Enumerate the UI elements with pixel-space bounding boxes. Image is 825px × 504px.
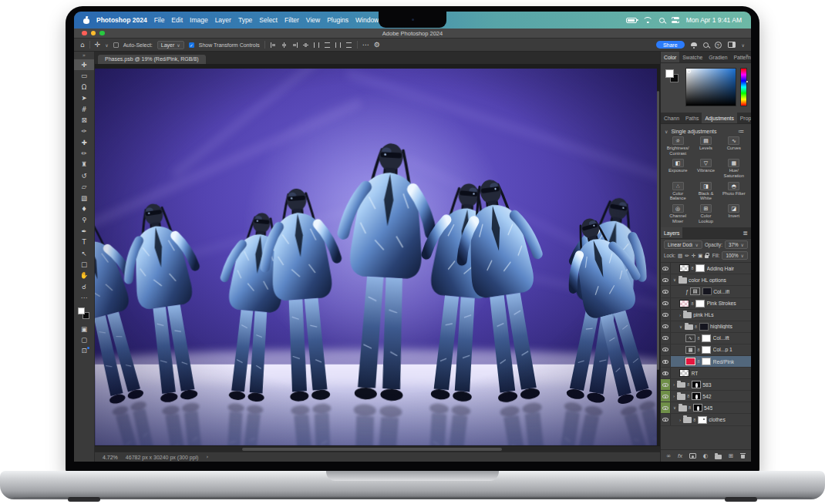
canvas-horizontal-scrollbar[interactable] (95, 445, 660, 452)
hue-slider[interactable] (740, 68, 747, 106)
workspace-settings-gear-icon[interactable]: ⚙ (374, 42, 380, 49)
opacity-field[interactable]: 37% ∨ (725, 240, 748, 249)
align-right-icon[interactable] (291, 42, 298, 49)
layer-name[interactable]: color HL options (689, 277, 726, 283)
auto-select-target-dropdown[interactable]: Layer ∨ (157, 41, 184, 49)
notifications-bell-icon[interactable] (691, 42, 697, 49)
layer-thumbnail[interactable] (677, 394, 685, 400)
layer-row[interactable]: ∨ color HL options (661, 274, 751, 286)
adjustment-black-white[interactable]: ◨ Black & White (692, 182, 719, 201)
layer-name[interactable]: pink HLs (693, 312, 713, 318)
lasso-tool[interactable]: Ω (74, 82, 94, 92)
group-caret-icon[interactable]: ∨ (673, 405, 676, 410)
new-layer-icon[interactable]: ⊞ (729, 453, 733, 459)
brush-tool[interactable]: ✏ (74, 148, 94, 159)
close-window-button[interactable] (82, 31, 87, 36)
battery-icon[interactable] (626, 18, 637, 23)
layer-visibility-toggle[interactable] (661, 310, 671, 321)
panel-tab[interactable]: Swatche (679, 52, 705, 62)
menubar-item[interactable]: Window (355, 16, 379, 24)
delete-layer-icon[interactable] (740, 453, 746, 459)
wifi-icon[interactable] (644, 17, 652, 23)
group-caret-icon[interactable]: › (679, 313, 681, 318)
layer-visibility-toggle[interactable] (661, 356, 671, 367)
layer-thumbnail[interactable] (683, 417, 692, 423)
layer-row[interactable]: ∨ 8 545 (661, 402, 751, 414)
layer-row[interactable]: ▦ 8 Col...p 1 (661, 344, 751, 356)
layer-visibility-toggle[interactable] (661, 274, 671, 285)
group-caret-icon[interactable]: › (673, 394, 675, 398)
panel-tab[interactable]: Chann (661, 113, 682, 123)
layer-row[interactable]: › pink HLs (661, 310, 751, 321)
pen-tool[interactable]: ✒ (74, 226, 94, 237)
list-view-icon[interactable]: ≔ (738, 128, 747, 135)
menubar-item[interactable]: Plugins (327, 16, 349, 24)
layer-row[interactable]: RT (661, 368, 751, 379)
layer-visibility-toggle[interactable] (661, 333, 671, 344)
more-options-icon[interactable]: ⋯ (362, 42, 369, 49)
lock-position-icon[interactable]: ✛ (692, 254, 695, 259)
zoom-window-button[interactable] (99, 31, 105, 36)
layer-visibility-toggle[interactable] (661, 321, 671, 332)
layer-visibility-toggle[interactable] (661, 368, 671, 378)
adjustment-vibrance[interactable]: ▽ Vibrance (692, 159, 719, 178)
lock-image-pixels-icon[interactable]: ✏ (685, 254, 689, 259)
edit-toolbar[interactable]: ⋯ (74, 292, 94, 303)
lock-transparent-pixels-icon[interactable]: ▨ (678, 254, 682, 259)
help-icon[interactable]: ? (715, 42, 722, 49)
rectangle-tool[interactable]: □ (74, 259, 94, 270)
layer-mask-thumbnail[interactable] (698, 416, 707, 424)
distribute-horizontal-icon[interactable] (313, 42, 320, 49)
layer-thumbnail[interactable] (679, 277, 687, 284)
collapse-caret-icon[interactable]: ∨ (665, 129, 668, 134)
path-selection-tool[interactable]: ↖ (74, 248, 94, 259)
foreground-color-swatch[interactable] (78, 307, 85, 314)
layer-mask-thumbnail[interactable] (695, 300, 705, 307)
layer-visibility-toggle[interactable] (661, 414, 671, 425)
gradient-tool[interactable]: ▨ (74, 193, 94, 203)
document-tab[interactable]: Phases.psb @ 19% (Red/Pink, RGB/8) (98, 55, 206, 65)
layer-name[interactable]: Pink Strokes (707, 301, 736, 306)
saturation-brightness-field[interactable] (685, 68, 736, 106)
layer-row[interactable]: ∨ 8 highlights (661, 321, 751, 333)
group-caret-icon[interactable]: ∨ (673, 277, 676, 282)
layer-thumbnail[interactable]: ▦ (685, 346, 695, 354)
search-icon[interactable] (703, 42, 709, 48)
layer-thumbnail[interactable] (679, 300, 689, 307)
group-caret-icon[interactable]: › (673, 382, 675, 387)
layer-name[interactable]: Adding Hair (707, 266, 735, 271)
menubar-item[interactable]: Select (259, 16, 278, 24)
layer-row[interactable]: 8 Pink Strokes (661, 298, 751, 310)
status-info-arrow-icon[interactable]: › (206, 454, 208, 460)
color-cursor[interactable] (687, 69, 691, 73)
layer-mask-thumbnail[interactable] (702, 358, 711, 365)
layer-row[interactable]: ∿ 8 Col...ift (661, 333, 751, 344)
group-caret-icon[interactable]: ∨ (679, 324, 682, 329)
spotlight-search-icon[interactable] (659, 18, 665, 23)
object-selection-tool[interactable]: ➤ (74, 92, 94, 103)
menubar-clock[interactable]: Mon Apr 1 9:41 AM (686, 16, 742, 24)
distribute-vertical-icon[interactable] (324, 42, 331, 49)
show-transform-checkbox[interactable]: ✓ (189, 42, 194, 48)
layer-thumbnail[interactable] (679, 264, 689, 272)
dodge-tool[interactable]: ⚲ (74, 214, 94, 225)
tab-layers[interactable]: Layers (661, 227, 682, 238)
hue-cursor[interactable] (746, 80, 749, 83)
layer-thumbnail[interactable]: ∿ (685, 334, 695, 342)
layer-name[interactable]: Red/Pink (713, 359, 735, 365)
home-icon[interactable]: ⌂ (80, 42, 85, 49)
panel-tab[interactable]: Color (661, 52, 679, 62)
menubar-item[interactable]: Image (190, 16, 208, 24)
menubar-item[interactable]: Edit (171, 16, 183, 24)
menubar-item[interactable]: Filter (285, 16, 299, 24)
layer-mask-thumbnail[interactable] (699, 323, 709, 331)
chevron-down-icon[interactable]: ∨ (742, 42, 745, 48)
layer-name[interactable]: 583 (702, 382, 711, 388)
layer-row[interactable]: › 8 clothes (661, 414, 751, 425)
chevron-down-icon[interactable]: ∨ (105, 42, 108, 48)
crop-tool[interactable]: # (74, 104, 94, 115)
adjustment-exposure[interactable]: ◧ Exposure (665, 159, 691, 178)
layer-mask-thumbnail[interactable] (692, 381, 701, 388)
move-tool[interactable]: ✛ (74, 59, 94, 70)
layer-thumbnail[interactable] (679, 369, 689, 377)
